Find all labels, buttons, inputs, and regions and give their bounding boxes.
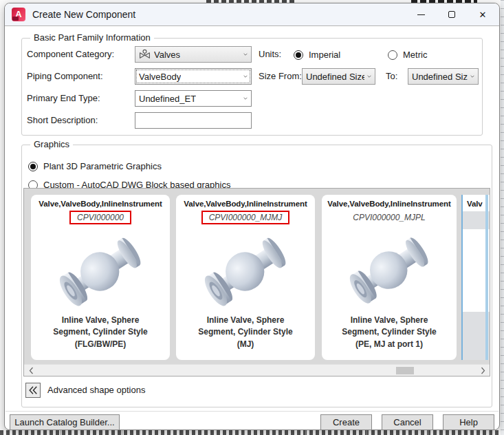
group-legend: Basic Part Family Information [30, 32, 154, 43]
shape-card[interactable]: Valve,ValveBody,InlineInstrument CPVI000… [322, 195, 457, 360]
chevron-down-icon [241, 96, 248, 100]
launch-catalog-builder-button[interactable]: Launch Catalog Builder... [10, 414, 120, 430]
close-icon: ✕ [479, 10, 487, 19]
group-legend: Graphics [30, 139, 73, 149]
card-description: Inline Valve, Sphere Segment, Cylinder S… [176, 315, 315, 350]
radio-parametric-graphics[interactable]: Plant 3D Parametric Graphics [28, 161, 162, 171]
card-description: Inline Valve, Sphere Segment, Cylinder S… [31, 315, 170, 350]
card-code: CPVI000000_MJPL [345, 211, 432, 224]
card-family: Valve,ValveBody,InlineInstrument [322, 200, 457, 208]
chevron-down-icon [364, 74, 371, 78]
valve-3d-image [43, 229, 157, 313]
card-family: Valve,ValveBody,InlineInstrument [176, 200, 315, 208]
valve-icon [139, 49, 151, 61]
shape-card[interactable]: Valve,ValveBody,InlineInstrument CPVI000… [176, 195, 315, 360]
card-family: Valve,ValveBody,InlineInstrument [31, 200, 170, 208]
card-code-highlighted: CPVI000000_MJMJ [201, 211, 290, 224]
selection-edge [485, 195, 488, 360]
background-app-ruler-fragment [501, 0, 504, 435]
radio-dot [294, 50, 303, 60]
valve-3d-image [188, 229, 303, 313]
radio-imperial-label: Imperial [309, 50, 340, 60]
advanced-shape-options-toggle[interactable] [25, 383, 41, 398]
primary-end-type-value: Undefined_ET [139, 94, 196, 104]
background-app-table-fragment [0, 430, 504, 435]
content-divider [6, 411, 498, 412]
title-bar: A Create New Component ✕ [5, 3, 499, 26]
size-to-value: Undefined Size [412, 72, 468, 82]
piping-component-value: ValveBody [139, 72, 181, 82]
valve-3d-image [334, 229, 444, 310]
double-chevron-left-icon [28, 385, 39, 395]
advanced-shape-options-label: Advanced shape options [47, 385, 145, 395]
minimize-button[interactable] [415, 9, 426, 20]
component-category-combo[interactable]: Valves [135, 46, 252, 63]
units-label: Units: [259, 46, 281, 63]
radio-parametric-label: Plant 3D Parametric Graphics [43, 161, 162, 171]
create-button[interactable]: Create [320, 414, 372, 430]
card-code-highlighted: CPVI000000 [69, 211, 131, 224]
radio-metric[interactable]: Metric [388, 50, 427, 60]
size-to-label: To: [386, 68, 397, 85]
minimize-icon [417, 14, 425, 15]
shape-card[interactable]: Valve,ValveBody,InlineInstrument CPVI000… [31, 195, 170, 360]
maximize-button[interactable] [446, 9, 457, 20]
window-title: Create New Component [32, 9, 135, 20]
chevron-left-icon[interactable] [25, 365, 36, 376]
radio-dot [388, 50, 397, 60]
primary-end-type-label: Primary End Type: [27, 90, 100, 107]
size-from-combo[interactable]: Undefined Size [302, 68, 375, 85]
radio-dot [28, 162, 38, 171]
shape-card-list: Valve,ValveBody,InlineInstrument CPVI000… [23, 188, 490, 376]
maximize-icon [448, 11, 455, 18]
card-description: Inline Valve, Sphere Segment, Cylinder S… [322, 315, 457, 350]
help-button[interactable]: Help [443, 414, 494, 430]
component-category-value: Valves [154, 50, 180, 60]
cancel-button[interactable]: Cancel [382, 414, 433, 430]
chevron-down-icon [241, 52, 248, 56]
short-description-input[interactable] [135, 112, 252, 129]
primary-end-type-combo[interactable]: Undefined_ET [135, 90, 252, 107]
chevron-down-icon [241, 74, 248, 78]
size-from-label: Size From: [259, 68, 302, 85]
size-to-combo[interactable]: Undefined Size [408, 68, 479, 85]
horizontal-scrollbar[interactable] [24, 364, 490, 376]
piping-component-combo[interactable]: ValveBody [135, 68, 252, 85]
piping-component-label: Piping Component: [27, 68, 103, 85]
radio-imperial[interactable]: Imperial [294, 50, 340, 60]
chevron-right-icon[interactable] [477, 365, 488, 376]
close-button[interactable]: ✕ [477, 9, 488, 20]
short-description-label: Short Description: [27, 112, 98, 129]
component-category-label: Component Category: [27, 46, 114, 63]
chevron-down-icon [468, 74, 474, 78]
size-from-value: Undefined Size [306, 72, 364, 82]
scrollbar-thumb[interactable] [396, 367, 414, 374]
create-new-component-dialog: A Create New Component ✕ Basic Part Fami… [4, 3, 500, 430]
radio-metric-label: Metric [403, 50, 427, 60]
autocad-logo-icon: A [12, 8, 25, 21]
